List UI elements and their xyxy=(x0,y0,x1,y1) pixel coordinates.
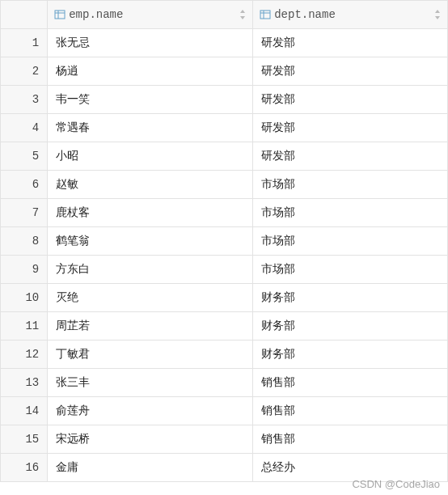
row-number: 1 xyxy=(1,29,48,57)
cell-emp[interactable]: 杨逍 xyxy=(48,57,253,86)
cell-emp[interactable]: 宋远桥 xyxy=(48,425,253,454)
table-row[interactable]: 15宋远桥销售部 xyxy=(1,425,448,454)
cell-emp[interactable]: 张三丰 xyxy=(48,369,253,397)
row-number: 8 xyxy=(1,227,48,256)
table-row[interactable]: 14俞莲舟销售部 xyxy=(1,397,448,425)
cell-dept[interactable]: 研发部 xyxy=(253,114,448,142)
table-row[interactable]: 5小昭研发部 xyxy=(1,142,448,171)
row-number: 11 xyxy=(1,312,48,341)
row-number: 4 xyxy=(1,114,48,142)
row-number: 5 xyxy=(1,142,48,171)
table-row[interactable]: 10灭绝财务部 xyxy=(1,284,448,312)
cell-emp[interactable]: 赵敏 xyxy=(48,171,253,199)
cell-emp[interactable]: 俞莲舟 xyxy=(48,397,253,425)
column-icon xyxy=(54,9,66,20)
cell-emp[interactable]: 鹤笔翁 xyxy=(48,227,253,256)
table-row[interactable]: 12丁敏君财务部 xyxy=(1,341,448,369)
svg-rect-0 xyxy=(55,11,65,19)
sort-icon[interactable] xyxy=(239,9,247,20)
table-row[interactable]: 3韦一笑研发部 xyxy=(1,86,448,114)
column-label-emp: emp.name xyxy=(69,8,123,21)
row-number: 10 xyxy=(1,284,48,312)
cell-emp[interactable]: 灭绝 xyxy=(48,284,253,312)
cell-dept[interactable]: 研发部 xyxy=(253,29,448,57)
cell-emp[interactable]: 鹿杖客 xyxy=(48,199,253,227)
table-row[interactable]: 9方东白市场部 xyxy=(1,256,448,284)
row-number: 6 xyxy=(1,171,48,199)
column-header-dept[interactable]: dept.name xyxy=(253,1,448,29)
cell-emp[interactable]: 常遇春 xyxy=(48,114,253,142)
row-number: 15 xyxy=(1,425,48,454)
table-row[interactable]: 7鹿杖客市场部 xyxy=(1,199,448,227)
row-number: 3 xyxy=(1,86,48,114)
row-number: 9 xyxy=(1,256,48,284)
cell-dept[interactable]: 财务部 xyxy=(253,341,448,369)
table-row[interactable]: 13张三丰销售部 xyxy=(1,369,448,397)
column-header-emp[interactable]: emp.name xyxy=(48,1,253,29)
table-row[interactable]: 6赵敏市场部 xyxy=(1,171,448,199)
table-row[interactable]: 2杨逍研发部 xyxy=(1,57,448,86)
cell-emp[interactable]: 小昭 xyxy=(48,142,253,171)
table-row[interactable]: 1张无忌研发部 xyxy=(1,29,448,57)
cell-dept[interactable]: 总经办 xyxy=(253,454,448,482)
row-number: 16 xyxy=(1,454,48,482)
row-number: 14 xyxy=(1,397,48,425)
table-row[interactable]: 16金庸总经办 xyxy=(1,454,448,482)
cell-dept[interactable]: 销售部 xyxy=(253,369,448,397)
row-number: 13 xyxy=(1,369,48,397)
column-label-dept: dept.name xyxy=(274,8,336,21)
row-number: 2 xyxy=(1,57,48,86)
table-body: 1张无忌研发部 2杨逍研发部 3韦一笑研发部 4常遇春研发部 5小昭研发部 6赵… xyxy=(1,29,448,482)
cell-dept[interactable]: 财务部 xyxy=(253,312,448,341)
result-table: emp.name xyxy=(0,0,448,482)
cell-emp[interactable]: 韦一笑 xyxy=(48,86,253,114)
cell-dept[interactable]: 财务部 xyxy=(253,284,448,312)
cell-dept[interactable]: 市场部 xyxy=(253,199,448,227)
row-number: 12 xyxy=(1,341,48,369)
cell-dept[interactable]: 销售部 xyxy=(253,397,448,425)
sort-icon[interactable] xyxy=(434,9,442,20)
cell-emp[interactable]: 方东白 xyxy=(48,256,253,284)
cell-dept[interactable]: 销售部 xyxy=(253,425,448,454)
cell-dept[interactable]: 研发部 xyxy=(253,57,448,86)
table-row[interactable]: 11周芷若财务部 xyxy=(1,312,448,341)
cell-dept[interactable]: 市场部 xyxy=(253,171,448,199)
corner-cell xyxy=(1,1,48,29)
table-row[interactable]: 8鹤笔翁市场部 xyxy=(1,227,448,256)
cell-dept[interactable]: 研发部 xyxy=(253,142,448,171)
header-row: emp.name xyxy=(1,1,448,29)
cell-emp[interactable]: 周芷若 xyxy=(48,312,253,341)
row-number: 7 xyxy=(1,199,48,227)
cell-emp[interactable]: 张无忌 xyxy=(48,29,253,57)
svg-rect-3 xyxy=(260,11,270,19)
table-row[interactable]: 4常遇春研发部 xyxy=(1,114,448,142)
column-icon xyxy=(260,9,271,20)
cell-dept[interactable]: 研发部 xyxy=(253,86,448,114)
cell-emp[interactable]: 丁敏君 xyxy=(48,341,253,369)
cell-dept[interactable]: 市场部 xyxy=(253,256,448,284)
cell-dept[interactable]: 市场部 xyxy=(253,227,448,256)
cell-emp[interactable]: 金庸 xyxy=(48,454,253,482)
